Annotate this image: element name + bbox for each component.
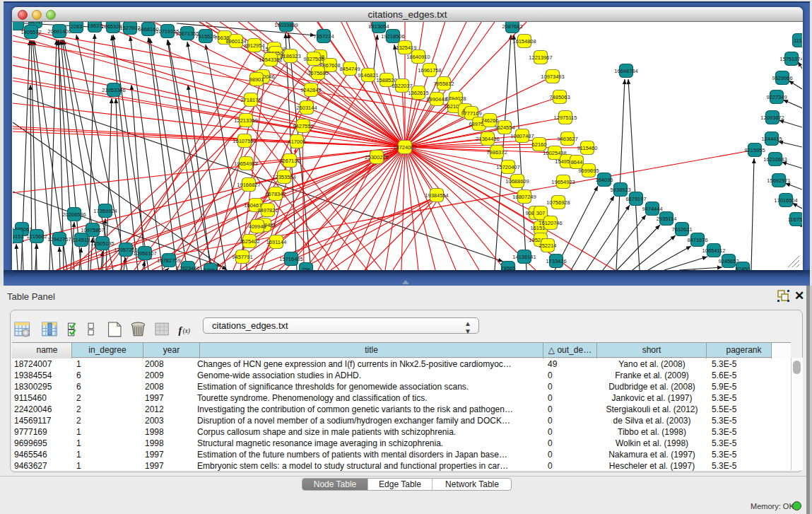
svg-text:8990448: 8990448 <box>426 96 447 103</box>
svg-text:25300275: 25300275 <box>365 154 388 160</box>
svg-text:1733426: 1733426 <box>546 258 566 264</box>
svg-text:21053346: 21053346 <box>102 87 125 93</box>
svg-text:2718176: 2718176 <box>240 97 261 103</box>
svg-text:19637: 19637 <box>88 23 102 29</box>
svg-text:17359924: 17359924 <box>93 208 117 214</box>
svg-text:16107553: 16107553 <box>233 138 256 144</box>
svg-text:(x): (x) <box>183 327 190 334</box>
svg-text:9227349: 9227349 <box>766 94 787 100</box>
svg-text:15751074: 15751074 <box>779 56 802 62</box>
svg-text:15720407: 15720407 <box>496 164 519 170</box>
svg-text:19218506: 19218506 <box>381 33 404 40</box>
svg-text:15692971: 15692971 <box>767 177 790 184</box>
svg-text:1691144: 1691144 <box>266 239 287 245</box>
svg-text:20206536: 20206536 <box>62 211 86 218</box>
svg-text:116753: 116753 <box>788 216 802 223</box>
svg-text:7632621: 7632621 <box>671 226 692 233</box>
svg-text:12942757: 12942757 <box>47 236 71 243</box>
svg-text:16033809: 16033809 <box>274 22 298 28</box>
svg-text:8267130: 8267130 <box>279 158 300 164</box>
svg-text:5938923: 5938923 <box>610 187 630 193</box>
svg-text:9115460: 9115460 <box>577 145 598 151</box>
svg-text:16120746: 16120746 <box>539 220 562 226</box>
svg-text:18724007: 18724007 <box>393 144 416 151</box>
svg-text:12923446: 12923446 <box>176 265 199 271</box>
svg-text:3675685: 3675685 <box>307 70 328 76</box>
svg-text:1362615: 1362615 <box>408 90 428 96</box>
svg-text:8322037: 8322037 <box>392 83 412 89</box>
svg-text:12975115: 12975115 <box>554 115 577 121</box>
svg-text:8960124: 8960124 <box>225 38 246 45</box>
svg-text:8497822: 8497822 <box>257 207 278 214</box>
svg-text:16782759: 16782759 <box>157 257 180 264</box>
svg-text:10807487: 10807487 <box>510 133 534 139</box>
svg-text:307: 307 <box>536 210 546 216</box>
svg-text:1405572: 1405572 <box>20 29 41 35</box>
svg-text:18807249: 18807249 <box>512 194 536 200</box>
svg-text:409948: 409948 <box>248 223 266 230</box>
svg-text:f: f <box>179 325 183 336</box>
svg-text:114519: 114519 <box>73 237 90 243</box>
svg-text:7955812: 7955812 <box>433 81 454 87</box>
svg-text:8644: 8644 <box>571 159 583 165</box>
svg-text:9242848: 9242848 <box>300 87 321 93</box>
svg-text:8471676: 8471676 <box>687 237 707 243</box>
svg-text:87964: 87964 <box>204 267 218 271</box>
svg-text:8186323: 8186323 <box>280 53 300 59</box>
svg-text:6879197: 6879197 <box>625 196 646 202</box>
svg-text:1527602: 1527602 <box>119 25 140 31</box>
svg-text:12213967: 12213967 <box>529 54 552 61</box>
svg-text:12213369: 12213369 <box>234 117 257 124</box>
svg-text:256: 256 <box>302 267 311 271</box>
svg-text:16648784: 16648784 <box>614 68 637 74</box>
svg-text:16154808: 16154808 <box>512 38 536 45</box>
svg-text:17016504: 17016504 <box>774 197 797 204</box>
svg-text:9463627: 9463627 <box>557 136 577 142</box>
svg-text:19166827: 19166827 <box>237 182 260 188</box>
svg-text:21364436: 21364436 <box>476 136 499 142</box>
svg-text:7625402: 7625402 <box>239 238 259 245</box>
svg-text:78565: 78565 <box>501 265 516 271</box>
svg-text:16961758: 16961758 <box>418 67 441 74</box>
svg-text:19654983: 19654983 <box>234 160 257 167</box>
svg-text:1215682: 1215682 <box>26 233 47 240</box>
svg-text:9329966: 9329966 <box>772 75 792 81</box>
svg-text:16210643: 16210643 <box>763 156 787 163</box>
svg-text:7485063: 7485063 <box>549 94 570 100</box>
svg-text:19654923: 19654923 <box>551 179 575 185</box>
svg-text:746266: 746266 <box>481 117 498 124</box>
svg-text:9777169: 9777169 <box>461 110 481 117</box>
svg-text:62160: 62160 <box>532 141 547 148</box>
svg-text:1244415: 1244415 <box>761 136 782 142</box>
svg-text:164095: 164095 <box>595 177 613 183</box>
svg-text:15716485: 15716485 <box>279 256 302 262</box>
svg-text:1112: 1112 <box>794 37 802 44</box>
svg-text:3624554: 3624554 <box>494 124 514 131</box>
svg-text:417006: 417006 <box>288 139 305 145</box>
svg-text:7515526: 7515526 <box>195 33 216 40</box>
svg-text:8272: 8272 <box>30 22 42 25</box>
svg-text:7986372: 7986372 <box>486 149 507 156</box>
svg-text:12505135: 12505135 <box>90 240 114 247</box>
svg-text:8454749: 8454749 <box>339 66 360 72</box>
svg-text:2263: 2263 <box>71 23 83 30</box>
svg-text:14136141: 14136141 <box>512 254 536 260</box>
svg-text:11325419: 11325419 <box>394 45 417 51</box>
svg-text:8678342: 8678342 <box>265 191 286 197</box>
svg-text:2935114: 2935114 <box>657 216 677 222</box>
svg-text:7357224: 7357224 <box>313 33 334 40</box>
svg-text:10688609: 10688609 <box>505 178 529 185</box>
svg-text:9699695: 9699695 <box>578 168 599 174</box>
svg-text:10756928: 10756928 <box>546 199 570 206</box>
svg-text:9245652: 9245652 <box>718 258 739 264</box>
svg-text:98901: 98901 <box>249 76 264 83</box>
svg-text:10654112: 10654112 <box>702 247 726 254</box>
svg-text:20691406: 20691406 <box>47 28 71 35</box>
svg-text:10973493: 10973493 <box>541 74 564 80</box>
svg-text:9327508: 9327508 <box>303 56 324 62</box>
svg-text:12093872: 12093872 <box>760 115 784 121</box>
svg-text:16543382: 16543382 <box>259 57 282 63</box>
svg-text:8215955: 8215955 <box>744 147 765 153</box>
svg-text:18640910: 18640910 <box>406 54 430 60</box>
svg-text:19384554: 19384554 <box>425 192 448 199</box>
